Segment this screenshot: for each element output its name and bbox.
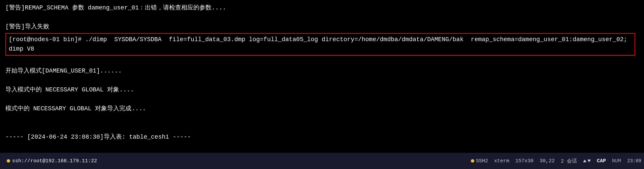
terminal-line-blank1 bbox=[5, 13, 639, 22]
terminal-line-blank2 bbox=[5, 57, 639, 66]
scroll-down-icon[interactable] bbox=[587, 160, 591, 162]
terminal-dimp-line: dimp V8 bbox=[9, 45, 632, 54]
dimensions-label: 157x30 bbox=[515, 158, 534, 164]
terminal-line-5: 开始导入模式[DAMENG_USER_01]...... bbox=[5, 66, 639, 76]
num-label: NUM bbox=[612, 158, 621, 164]
scroll-up-icon[interactable] bbox=[583, 160, 586, 162]
scroll-label: 30,22 bbox=[540, 158, 555, 164]
terminal-line-blank5 bbox=[5, 114, 639, 123]
terminal-line-7: 导入模式中的 NECESSARY GLOBAL 对象.... bbox=[5, 85, 639, 95]
terminal-line-blank3 bbox=[5, 76, 639, 85]
ssh-host-label: ssh://root@192.168.179.11:22 bbox=[12, 158, 97, 164]
terminal-line-9: 模式中的 NECESSARY GLOBAL 对象导入完成.... bbox=[5, 104, 639, 114]
status-ssh-info: ssh://root@192.168.179.11:22 bbox=[3, 158, 101, 164]
terminal-line-blank4 bbox=[5, 95, 639, 104]
terminal-area: [警告]REMAP_SCHEMA 参数 dameng_user_01：出错，请检… bbox=[0, 0, 644, 153]
ssh2-label: SSH2 bbox=[476, 158, 488, 164]
cap-label: CAP bbox=[597, 158, 606, 164]
sessions-label: 2 会话 bbox=[561, 158, 577, 164]
terminal-line-3: [警告]导入失败 bbox=[5, 22, 639, 32]
status-ssh2-badge: SSH2 bbox=[471, 158, 488, 164]
terminal-line-12: ----- [2024-06-24 23:08:30]导入表: table_ce… bbox=[5, 133, 639, 142]
terminal-command-line: [root@nodes-01 bin]# ./dimp SYSDBA/SYSDB… bbox=[9, 35, 632, 45]
terminal-line-1: [警告]REMAP_SCHEMA 参数 dameng_user_01：出错，请检… bbox=[5, 3, 639, 13]
highlighted-command-box: [root@nodes-01 bin]# ./dimp SYSDBA/SYSDB… bbox=[5, 33, 635, 56]
status-bar: ssh://root@192.168.179.11:22 SSH2 xterm … bbox=[0, 153, 644, 169]
scroll-arrows[interactable] bbox=[583, 160, 591, 162]
ssh-status-dot bbox=[7, 159, 10, 163]
terminal-line-blank6 bbox=[5, 123, 639, 133]
ssh2-dot bbox=[471, 159, 474, 163]
status-right-panel: SSH2 xterm 157x30 30,22 2 会话 CAP NUM 23:… bbox=[471, 158, 641, 164]
time-label: 23:09 bbox=[627, 158, 641, 164]
xterm-label: xterm bbox=[494, 158, 509, 164]
